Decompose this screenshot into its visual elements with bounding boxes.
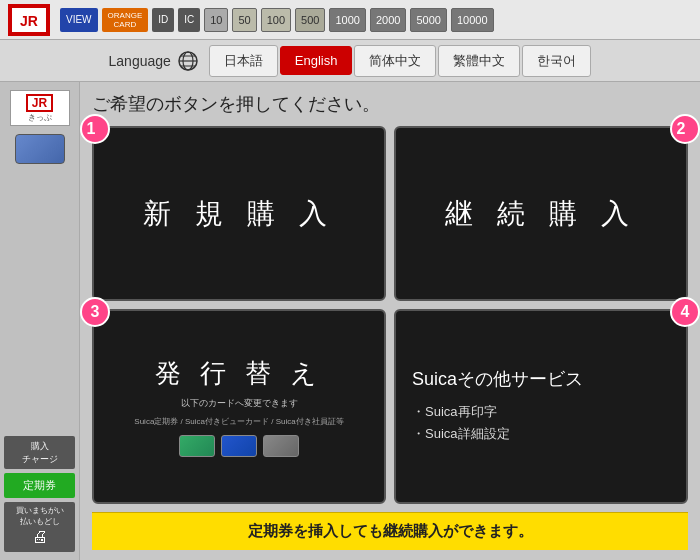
btn3-label: 発 行 替 え	[155, 356, 324, 391]
coin-2000-button[interactable]: 2000	[370, 8, 406, 32]
btn3-sub2: Suica定期券 / Suica付きビューカード / Suica付き社員証等	[134, 416, 343, 427]
coin-5000-button[interactable]: 5000	[410, 8, 446, 32]
reissue-button[interactable]: 3 発 行 替 え 以下のカードへ変更できます Suica定期券 / Suica…	[92, 309, 386, 504]
btn3-number: 3	[80, 297, 110, 327]
lang-japanese-button[interactable]: 日本語	[209, 45, 278, 77]
teiki-button[interactable]: 定期券	[4, 473, 75, 498]
top-bar: JR VIEW ORANGECARD ID IC 10 50 100 500 1…	[0, 0, 700, 40]
btn3-sub1: 以下のカードへ変更できます	[181, 397, 298, 410]
btn4-number: 4	[670, 297, 700, 327]
sidebar: JR きっぷ 購入チャージ 定期券 買いまちがい払いもどし 🖨	[0, 82, 80, 560]
coin-50-button[interactable]: 50	[232, 8, 256, 32]
btn4-item1: ・Suica再印字	[412, 403, 497, 421]
sidebar-jr-text: JR	[26, 94, 53, 112]
btn1-label: 新 規 購 入	[143, 195, 334, 233]
id-button[interactable]: ID	[152, 8, 174, 32]
btn4-item2: ・Suica詳細設定	[412, 425, 510, 443]
purchase-charge-button[interactable]: 購入チャージ	[4, 436, 75, 469]
sidebar-bottom: 購入チャージ 定期券 買いまちがい払いもどし 🖨	[4, 436, 75, 552]
view-card-icon	[221, 435, 257, 457]
globe-icon	[177, 50, 199, 72]
coin-100-button[interactable]: 100	[261, 8, 291, 32]
buttons-grid: 1 新 規 購 入 2 継 続 購 入 3 発 行 替 え 以下のカードへ変更で…	[92, 126, 688, 504]
lang-traditional-chinese-button[interactable]: 繁體中文	[438, 45, 520, 77]
language-bar: Language 日本語 English 简体中文 繁體中文 한국어	[0, 40, 700, 82]
sidebar-kippu-text: きっぷ	[28, 112, 52, 123]
bottom-notice-text: 定期券を挿入しても継続購入ができます。	[248, 522, 533, 541]
new-purchase-button[interactable]: 1 新 規 購 入	[92, 126, 386, 301]
btn4-title: Suicaその他サービス	[412, 367, 583, 391]
btn2-number: 2	[670, 114, 700, 144]
continue-purchase-button[interactable]: 2 継 続 購 入	[394, 126, 688, 301]
language-text: Language	[109, 53, 171, 69]
sidebar-jr-logo: JR きっぷ	[10, 90, 70, 126]
kaimatigai-button[interactable]: 買いまちがい払いもどし 🖨	[4, 502, 75, 552]
suica-card-icon	[179, 435, 215, 457]
coin-1000-button[interactable]: 1000	[329, 8, 365, 32]
coin-500-button[interactable]: 500	[295, 8, 325, 32]
jr-logo: JR	[8, 4, 50, 36]
view-button[interactable]: VIEW	[60, 8, 98, 32]
lang-english-button[interactable]: English	[280, 46, 353, 75]
card-icons-row	[179, 435, 299, 457]
coin-10-button[interactable]: 10	[204, 8, 228, 32]
lang-simplified-chinese-button[interactable]: 简体中文	[354, 45, 436, 77]
language-label: Language	[109, 50, 199, 72]
svg-text:JR: JR	[20, 13, 38, 29]
lang-korean-button[interactable]: 한국어	[522, 45, 591, 77]
coin-10000-button[interactable]: 10000	[451, 8, 494, 32]
bottom-notice-bar: 定期券を挿入しても継続購入ができます。	[92, 512, 688, 550]
orange-card-button[interactable]: ORANGECARD	[102, 8, 149, 32]
suica-services-button[interactable]: 4 Suicaその他サービス ・Suica再印字 ・Suica詳細設定	[394, 309, 688, 504]
main-content: ご希望のボタンを押してください。 1 新 規 購 入 2 継 続 購 入 3 発…	[80, 82, 700, 560]
page-title: ご希望のボタンを押してください。	[92, 92, 688, 116]
ic-card-icon	[15, 134, 65, 164]
other-card-icon	[263, 435, 299, 457]
btn1-number: 1	[80, 114, 110, 144]
btn2-label: 継 続 購 入	[445, 195, 636, 233]
ic-button[interactable]: IC	[178, 8, 200, 32]
main-area: JR きっぷ 購入チャージ 定期券 買いまちがい払いもどし 🖨 ご希望のボタンを…	[0, 82, 700, 560]
